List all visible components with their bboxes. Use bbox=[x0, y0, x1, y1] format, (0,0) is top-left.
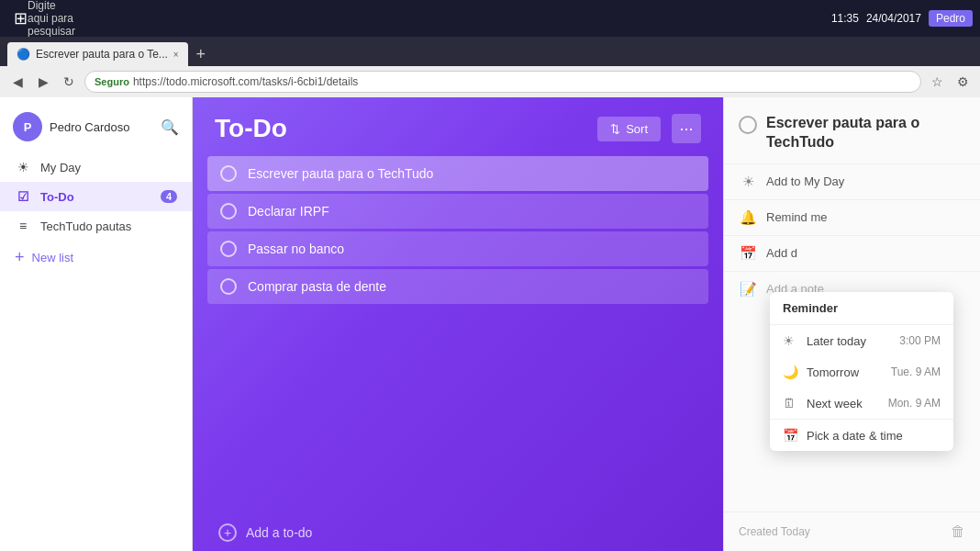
task-checkbox-2[interactable] bbox=[220, 241, 237, 257]
sidebar-item-techtudo-label: TechTudo pautas bbox=[40, 219, 131, 233]
secure-badge: Seguro bbox=[95, 76, 129, 87]
detail-task-title: Escrever pauta para o TechTudo bbox=[766, 114, 965, 152]
url-box[interactable]: Seguro https://todo.microsoft.com/tasks/… bbox=[84, 71, 921, 93]
task-item[interactable]: Declarar IRPF bbox=[207, 194, 708, 229]
back-button[interactable]: ◀ bbox=[7, 72, 28, 92]
remind-me-icon: 🔔 bbox=[739, 209, 757, 226]
sidebar-item-todo[interactable]: ☑ To-Do 4 bbox=[0, 182, 192, 211]
reminder-dropdown-header: Reminder bbox=[770, 292, 953, 325]
task-label-2: Passar no banco bbox=[248, 242, 344, 256]
myday-detail-icon: ☀ bbox=[739, 174, 757, 190]
sidebar-item-myday[interactable]: ☀ My Day bbox=[0, 152, 192, 182]
sidebar-item-myday-label: My Day bbox=[40, 161, 81, 174]
detail-task-checkbox[interactable] bbox=[739, 116, 757, 134]
avatar: P bbox=[13, 112, 42, 141]
later-today-label: Later today bbox=[807, 334, 866, 348]
next-week-label: Next week bbox=[807, 397, 863, 410]
add-todo-label: Add a to-do bbox=[246, 525, 312, 540]
taskbar-date: 24/04/2017 bbox=[866, 12, 921, 25]
sidebar-item-todo-label: To-Do bbox=[40, 190, 74, 204]
taskbar-time: 11:35 bbox=[831, 12, 859, 25]
pick-date-icon: 📅 bbox=[783, 428, 799, 443]
user-name: Pedro Cardoso bbox=[50, 120, 129, 134]
detail-panel: Escrever pauta para o TechTudo ☀ Add to … bbox=[723, 97, 980, 551]
later-today-icon: ☀ bbox=[783, 333, 799, 348]
taskbar-right: 11:35 24/04/2017 Pedro bbox=[831, 10, 973, 27]
pick-date-button[interactable]: 📅 Pick a date & time bbox=[770, 419, 953, 451]
refresh-button[interactable]: ↻ bbox=[59, 72, 79, 92]
next-week-time: Mon. 9 AM bbox=[888, 397, 941, 410]
add-todo-icon: + bbox=[218, 523, 237, 542]
add-todo-button[interactable]: + Add a to-do bbox=[193, 514, 723, 551]
taskbar-left: ⊞ Digite aqui para pesquisar bbox=[7, 6, 64, 31]
todo-icon: ☑ bbox=[15, 189, 31, 204]
taskbar-user: Pedro bbox=[929, 10, 973, 27]
new-tab-button[interactable]: + bbox=[188, 42, 214, 66]
todo-badge: 4 bbox=[161, 190, 177, 203]
task-label-0: Escrever pauta para o TechTudo bbox=[248, 166, 433, 181]
reminder-next-week[interactable]: 🗓 Next week Mon. 9 AM bbox=[770, 388, 953, 419]
content-title: To-Do bbox=[215, 114, 586, 143]
remind-me-button[interactable]: 🔔 Remind me bbox=[724, 199, 980, 235]
add-due-date-button[interactable]: 📅 Add d bbox=[724, 235, 980, 271]
new-list-label: New list bbox=[32, 251, 74, 264]
browser-tab-active[interactable]: 🔵 Escrever pauta para o Te... × bbox=[7, 42, 188, 66]
more-options-button[interactable]: ··· bbox=[672, 114, 701, 143]
taskbar: ⊞ Digite aqui para pesquisar 11:35 24/04… bbox=[0, 0, 980, 37]
task-item[interactable]: Passar no banco bbox=[207, 231, 708, 266]
tab-title: Escrever pauta para o Te... bbox=[36, 48, 168, 61]
task-item[interactable]: Comprar pasta de dente bbox=[207, 269, 708, 304]
task-label-3: Comprar pasta de dente bbox=[248, 279, 386, 294]
url-text: https://todo.microsoft.com/tasks/i-6cbi1… bbox=[133, 75, 358, 88]
detail-header: Escrever pauta para o TechTudo bbox=[724, 97, 980, 163]
techtudo-icon: ≡ bbox=[15, 219, 31, 233]
detail-footer: Created Today 🗑 bbox=[724, 512, 980, 551]
address-bar: ◀ ▶ ↻ Seguro https://todo.microsoft.com/… bbox=[0, 66, 980, 97]
due-date-icon: 📅 bbox=[739, 245, 757, 262]
later-today-time: 3:00 PM bbox=[899, 334, 941, 347]
tasks-list: Escrever pauta para o TechTudo Declarar … bbox=[193, 152, 723, 514]
user-section: P Pedro Cardoso 🔍 bbox=[0, 108, 192, 152]
created-label: Created Today bbox=[739, 525, 810, 538]
sort-label: Sort bbox=[626, 122, 648, 136]
add-due-date-label: Add d bbox=[766, 246, 797, 260]
add-to-myday-label: Add to My Day bbox=[766, 174, 844, 188]
star-button[interactable]: ☆ bbox=[927, 72, 947, 92]
task-checkbox-0[interactable] bbox=[220, 165, 237, 182]
myday-icon: ☀ bbox=[15, 160, 31, 174]
tab-close-button[interactable]: × bbox=[173, 50, 179, 60]
tomorrow-icon: 🌙 bbox=[783, 365, 799, 379]
browser-chrome: 🔵 Escrever pauta para o Te... × + ◀ ▶ ↻ … bbox=[0, 37, 980, 97]
tomorrow-time: Tue. 9 AM bbox=[891, 365, 941, 378]
reminder-dropdown: Reminder ☀ Later today 3:00 PM 🌙 Tomorro… bbox=[770, 292, 953, 451]
content-header: To-Do ⇅ Sort ··· bbox=[193, 97, 723, 152]
task-label-1: Declarar IRPF bbox=[248, 204, 329, 219]
remind-me-label: Remind me bbox=[766, 210, 827, 224]
task-checkbox-1[interactable] bbox=[220, 203, 237, 219]
forward-button[interactable]: ▶ bbox=[33, 72, 53, 92]
next-week-icon: 🗓 bbox=[783, 396, 799, 410]
sort-button[interactable]: ⇅ Sort bbox=[597, 117, 661, 141]
main-content: To-Do ⇅ Sort ··· Escrever pauta para o T… bbox=[193, 97, 723, 551]
pick-date-label: Pick a date & time bbox=[807, 429, 903, 443]
sidebar-item-techtudo[interactable]: ≡ TechTudo pautas bbox=[0, 211, 192, 241]
new-list-plus-icon: + bbox=[15, 248, 25, 267]
reminder-later-today[interactable]: ☀ Later today 3:00 PM bbox=[770, 325, 953, 356]
search-icon[interactable]: 🔍 bbox=[161, 118, 179, 136]
sort-icon: ⇅ bbox=[610, 122, 620, 136]
new-list-button[interactable]: + New list bbox=[0, 241, 192, 275]
task-item[interactable]: Escrever pauta para o TechTudo bbox=[207, 156, 708, 191]
note-icon: 📝 bbox=[739, 281, 757, 298]
app: P Pedro Cardoso 🔍 ☀ My Day ☑ To-Do 4 ≡ T… bbox=[0, 97, 980, 551]
settings-button[interactable]: ⚙ bbox=[952, 72, 973, 92]
task-checkbox-3[interactable] bbox=[220, 278, 237, 295]
add-to-myday-button[interactable]: ☀ Add to My Day bbox=[724, 163, 980, 199]
reminder-tomorrow[interactable]: 🌙 Tomorrow Tue. 9 AM bbox=[770, 356, 953, 388]
sidebar: P Pedro Cardoso 🔍 ☀ My Day ☑ To-Do 4 ≡ T… bbox=[0, 97, 193, 551]
tomorrow-label: Tomorrow bbox=[807, 365, 859, 379]
tab-bar: 🔵 Escrever pauta para o Te... × + bbox=[0, 37, 980, 66]
delete-task-button[interactable]: 🗑 bbox=[951, 523, 965, 540]
search-taskbar[interactable]: Digite aqui para pesquisar bbox=[39, 6, 64, 31]
